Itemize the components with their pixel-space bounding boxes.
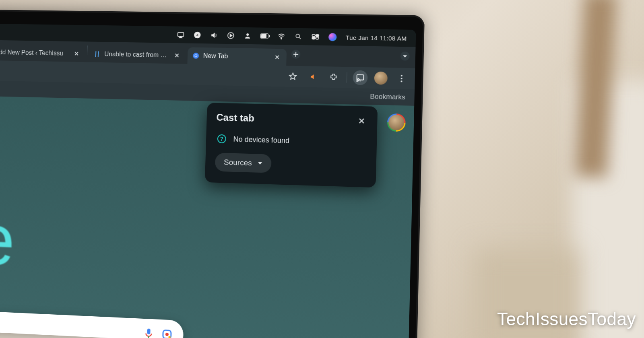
extension-sound-icon[interactable] [305,69,320,84]
tab-overflow-button[interactable] [400,52,410,61]
laptop-scene: 4 [0,0,484,338]
svg-rect-20 [148,336,149,338]
wifi-icon[interactable] [277,32,286,40]
svg-point-4 [246,33,249,36]
cast-popup-title: Cast tab [216,112,254,124]
menubar-clock[interactable]: Tue Jan 14 11:08 AM [346,34,407,41]
chrome-window: Add New Post ‹ TechIssu Unable to cast f… [0,40,416,338]
svg-point-16 [401,75,402,76]
new-tab-button[interactable] [291,50,301,59]
google-search-bar[interactable] [0,310,184,338]
chrome-menu-button[interactable] [394,71,409,86]
svg-point-6 [296,34,299,38]
screen-mirroring-icon[interactable] [177,31,185,39]
watermark-text: TechIssuesToday [497,309,636,329]
profile-avatar-button[interactable] [373,71,388,86]
toolbar-separator [347,72,347,82]
newtab-content: le Cast tab ? No devices found [0,96,414,338]
volume-icon[interactable] [210,31,218,39]
extensions-button[interactable] [326,70,341,84]
google-logo-fragment: le [0,198,13,281]
svg-rect-14 [357,75,363,80]
chrome-favicon-icon [192,52,199,59]
tab-addnewpost[interactable]: Add New Post ‹ TechIssu [0,44,86,62]
tab-unablecast[interactable]: Unable to cast from Chro [89,45,186,64]
chevron-down-icon [258,161,262,165]
mic-icon[interactable] [144,328,153,338]
svg-point-17 [401,78,402,79]
help-icon[interactable]: ? [217,134,227,144]
control-center-icon[interactable] [312,33,320,41]
favicon-icon [93,50,101,58]
tab-title: Unable to cast from Chro [104,51,169,59]
svg-point-22 [165,333,169,336]
close-icon[interactable] [72,49,81,58]
cast-status-row: ? No devices found [215,130,367,157]
cast-button[interactable] [353,70,368,85]
lens-icon[interactable] [162,329,173,338]
svg-rect-23 [169,336,171,338]
sources-label: Sources [224,158,252,167]
svg-rect-0 [178,33,184,37]
google-account-avatar[interactable] [387,113,406,132]
svg-text:4: 4 [196,33,198,37]
svg-rect-19 [147,329,150,334]
tab-title: New Tab [203,52,269,61]
laptop-bezel: 4 [0,10,425,338]
tab-title: Add New Post ‹ TechIssu [0,49,68,57]
user-icon[interactable] [244,32,252,40]
cast-popup: Cast tab ? No devices found Sources [205,103,378,188]
sources-button[interactable]: Sources [215,153,272,173]
laptop-screen: 4 [0,24,416,338]
svg-point-5 [281,38,282,39]
svg-rect-9 [312,37,315,39]
svg-point-18 [400,80,402,82]
svg-rect-8 [316,35,319,37]
tab-separator [87,45,88,55]
siri-icon[interactable] [328,33,337,41]
svg-rect-7 [312,35,316,37]
svg-rect-10 [316,37,319,39]
close-icon[interactable] [172,51,181,60]
close-icon[interactable] [273,53,282,62]
cast-status-message: No devices found [233,135,289,145]
close-icon[interactable] [356,115,367,127]
spotlight-icon[interactable] [294,33,303,41]
time-machine-icon[interactable]: 4 [193,31,201,39]
now-playing-icon[interactable] [227,31,235,39]
svg-point-15 [357,80,357,81]
bookmarks-label[interactable]: Bookmarks [370,93,405,101]
bookmark-star-button[interactable] [285,69,300,84]
battery-icon[interactable] [260,32,269,40]
tab-newtab[interactable]: New Tab [187,47,287,66]
